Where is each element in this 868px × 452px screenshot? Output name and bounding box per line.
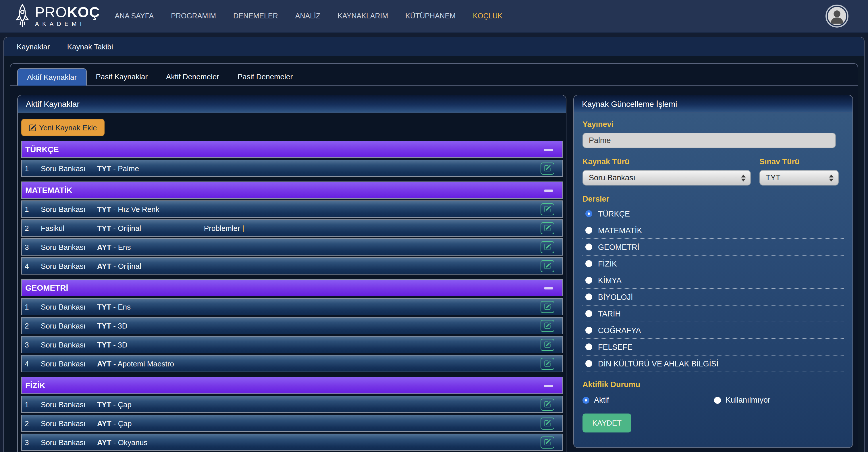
edit-resource-button[interactable] [540, 222, 554, 234]
resource-row: 4Soru BankasıAYT - Apotemi Maestro [21, 355, 563, 372]
active-option-label: Kullanılmıyor [725, 396, 770, 404]
collapse-minus-icon[interactable] [544, 385, 553, 387]
pencil-square-icon [544, 244, 551, 250]
radio-icon[interactable] [585, 293, 592, 300]
lesson-option[interactable]: COĞRAFYA [583, 322, 844, 339]
edit-resource-button[interactable] [540, 203, 554, 215]
row-name: 3D [118, 321, 127, 330]
brand-sub: AKADEMİ [35, 21, 100, 27]
resource-row: 4Soru BankasıAYT - Orijinal [21, 257, 563, 275]
publisher-input[interactable] [583, 133, 836, 148]
edit-resource-button[interactable] [540, 301, 554, 313]
active-resources-panel: Aktif Kaynaklar Yeni Kaynak Ekle TÜRKÇE1… [17, 95, 566, 452]
radio-icon[interactable] [585, 360, 592, 367]
tab-0[interactable]: Kaynaklar [17, 42, 50, 51]
collapse-minus-icon[interactable] [544, 287, 553, 289]
edit-resource-button[interactable] [540, 357, 554, 369]
sub-tab-1[interactable]: Pasif Kaynaklar [87, 68, 157, 86]
active-state-option[interactable]: Kullanılmıyor [714, 396, 770, 404]
row-title: TYT - Orijinal [97, 224, 204, 232]
edit-resource-button[interactable] [540, 338, 554, 351]
section-header[interactable]: TÜRKÇE [21, 141, 563, 158]
edit-resource-button[interactable] [540, 436, 554, 448]
row-name: Orijinal [118, 224, 141, 232]
exam-type-select[interactable]: TYT [760, 170, 839, 186]
lesson-label: BİYOLOJİ [598, 293, 633, 301]
sub-tab-3[interactable]: Pasif Denemeler [228, 68, 302, 86]
row-type: Soru Bankası [41, 302, 97, 311]
nav-item-0[interactable]: ANA SAYFA [115, 12, 154, 20]
lesson-label: FELSEFE [598, 343, 632, 351]
row-number: 1 [25, 164, 41, 172]
row-title: AYT - Okyanus [97, 438, 204, 447]
save-button[interactable]: KAYDET [583, 414, 631, 432]
section-header[interactable]: FİZİK [21, 377, 563, 394]
row-type: Soru Bankası [41, 400, 97, 409]
row-title: AYT - Apotemi Maestro [97, 359, 204, 368]
nav-item-2[interactable]: DENEMELER [233, 12, 278, 20]
lesson-option[interactable]: FİZİK [583, 256, 844, 272]
row-type: Soru Bankası [41, 243, 97, 251]
type-selects-row: Kaynak Türü Soru Bankası Sınav Türü [583, 157, 844, 186]
row-exam-type: TYT [97, 224, 111, 232]
source-type-select[interactable]: Soru Bankası [583, 170, 751, 186]
sub-tab-2[interactable]: Aktif Denemeler [157, 68, 228, 86]
edit-resource-button[interactable] [540, 260, 554, 272]
brand-logo[interactable]: PROKOÇ AKADEMİ [14, 3, 100, 29]
radio-icon[interactable] [585, 210, 592, 217]
section-header[interactable]: MATEMATİK [21, 182, 563, 199]
radio-icon[interactable] [714, 396, 721, 403]
pencil-square-icon [544, 165, 551, 172]
resource-row: 2Soru BankasıAYT - Çap [21, 415, 563, 432]
radio-icon[interactable] [585, 244, 592, 250]
lesson-option[interactable]: BİYOLOJİ [583, 289, 844, 305]
lesson-option[interactable]: KİMYA [583, 272, 844, 289]
lesson-option[interactable]: MATEMATİK [583, 222, 844, 239]
add-resource-button[interactable]: Yeni Kaynak Ekle [21, 119, 104, 136]
row-separator: - [112, 359, 118, 368]
collapse-minus-icon[interactable] [544, 190, 553, 192]
radio-icon[interactable] [585, 227, 592, 234]
resource-row: 3Soru BankasıAYT - Okyanus [21, 433, 563, 451]
row-name: 3D [118, 340, 127, 349]
pencil-square-icon [544, 420, 551, 427]
content-row: Aktif Kaynaklar Yeni Kaynak Ekle TÜRKÇE1… [10, 86, 858, 452]
lesson-option[interactable]: TÜRKÇE [583, 205, 844, 222]
nav-item-1[interactable]: PROGRAMIM [171, 12, 216, 20]
sub-tab-0[interactable]: Aktif Kaynaklar [17, 68, 87, 86]
lesson-option[interactable]: DİN KÜLTÜRÜ VE AHLAK BİLGİSİ [583, 356, 844, 372]
tab-1[interactable]: Kaynak Takibi [67, 42, 113, 51]
radio-icon[interactable] [585, 344, 592, 350]
edit-resource-button[interactable] [540, 320, 554, 332]
collapse-minus-icon[interactable] [544, 149, 553, 151]
row-name: Çap [118, 400, 131, 409]
edit-resource-button[interactable] [540, 398, 554, 410]
resource-update-panel-header: Kaynak Güncelleme İşlemi [574, 95, 852, 113]
lesson-option[interactable]: FELSEFE [583, 339, 844, 356]
radio-icon[interactable] [585, 260, 592, 267]
radio-icon[interactable] [585, 327, 592, 334]
row-separator: - [111, 321, 118, 330]
lesson-option[interactable]: TARİH [583, 305, 844, 322]
nav-item-6[interactable]: KOÇLUK [473, 12, 502, 20]
resource-row: 2FasikülTYT - OrijinalProblemler| [21, 219, 563, 237]
section-header[interactable]: GEOMETRİ [21, 279, 563, 296]
edit-resource-button[interactable] [540, 241, 554, 253]
active-resources-panel-body: Yeni Kaynak Ekle TÜRKÇE1Soru BankasıTYT … [18, 113, 566, 452]
edit-resource-button[interactable] [540, 417, 554, 429]
active-state-option[interactable]: Aktif [583, 396, 714, 404]
radio-icon[interactable] [583, 396, 589, 403]
row-type: Soru Bankası [41, 262, 97, 270]
nav-item-4[interactable]: KAYNAKLARIM [338, 12, 388, 20]
nav-item-3[interactable]: ANALİZ [295, 12, 320, 20]
nav-item-5[interactable]: KÜTÜPHANEM [405, 12, 456, 20]
radio-icon[interactable] [585, 277, 592, 284]
active-resources-panel-title: Aktif Kaynaklar [26, 99, 80, 108]
user-avatar[interactable] [826, 5, 848, 28]
row-title: TYT - 3D [97, 340, 204, 349]
lesson-option[interactable]: GEOMETRİ [583, 239, 844, 256]
row-title: TYT - Hız Ve Renk [97, 205, 204, 213]
edit-resource-button[interactable] [540, 162, 554, 174]
row-separator: - [111, 302, 118, 311]
radio-icon[interactable] [585, 310, 592, 317]
